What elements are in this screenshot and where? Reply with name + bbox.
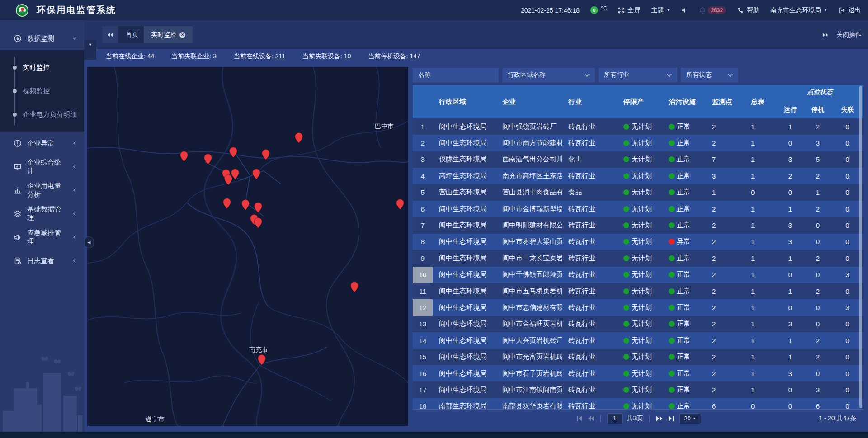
map-pin-icon[interactable] bbox=[224, 174, 232, 185]
status-dot-icon bbox=[669, 239, 675, 245]
sidebar-item-5[interactable]: 应急减排管理 bbox=[0, 226, 84, 249]
tab-close-icon[interactable]: ✕ bbox=[179, 32, 185, 38]
table-row[interactable]: 5营山生态环境局营山县润丰肉食品有限食品无计划正常10010 bbox=[413, 184, 863, 201]
row-offline-cell: 3 bbox=[831, 267, 863, 283]
butterfly-silhouette bbox=[68, 372, 74, 377]
row-points-cell: 2 bbox=[706, 332, 745, 349]
map-collapse-button[interactable]: ◀ bbox=[84, 236, 94, 248]
fullscreen-button[interactable]: 全屏 bbox=[618, 6, 640, 14]
row-industry-cell: 砖瓦行业 bbox=[562, 201, 617, 217]
map-pin-icon[interactable] bbox=[254, 202, 262, 213]
sidebar-item-1[interactable]: 企业异常 bbox=[0, 132, 84, 155]
map-pin-icon[interactable] bbox=[252, 169, 260, 179]
table-row[interactable]: 10阆中生态环境局阆中千佛镇五郎垭页岩砖瓦行业无计划正常21003 bbox=[413, 267, 863, 283]
table-row[interactable]: 17阆中生态环境局阆中市江南镇阆南页岩砖瓦行业无计划正常21030 bbox=[413, 381, 863, 398]
row-company-cell: 阆中市石子页岩机砖厂 bbox=[496, 365, 562, 381]
tab-realtime-monitor[interactable]: 实时监控 ✕ bbox=[144, 26, 193, 43]
map-pin-icon[interactable] bbox=[204, 154, 212, 165]
row-stopped-cell: 0 bbox=[804, 299, 831, 316]
map-pin-icon[interactable] bbox=[258, 354, 266, 365]
map-pin-icon[interactable] bbox=[350, 282, 359, 292]
page-size-select[interactable]: 20 ▼ bbox=[679, 413, 701, 424]
sidebar-item-4[interactable]: 基础数据管理 bbox=[0, 202, 84, 226]
butterfly-silhouette bbox=[54, 359, 61, 364]
tab-home-label: 首页 bbox=[126, 31, 138, 39]
plan-status: 无计划 bbox=[632, 122, 652, 131]
status-dot-icon bbox=[669, 156, 675, 162]
table-row[interactable]: 14阆中生态环境局阆中大兴页岩机砖厂砖瓦行业无计划正常21120 bbox=[413, 332, 863, 349]
row-index-cell: 4 bbox=[413, 168, 433, 184]
sidebar-item-6[interactable]: 日志查看 bbox=[0, 249, 84, 273]
table-row[interactable]: 12阆中生态环境局阆中市忠信建材有限公砖瓦行业无计划正常21003 bbox=[413, 299, 863, 316]
plan-status: 无计划 bbox=[632, 287, 652, 296]
table-row[interactable]: 1阆中生态环境局阆中强锐页岩砖厂砖瓦行业无计划正常21120 bbox=[413, 118, 863, 135]
industry-filter-select[interactable]: 所有行业 bbox=[599, 68, 677, 82]
status-dot-icon bbox=[669, 338, 675, 344]
table-row[interactable]: 13阆中生态环境局阆中市金福旺页岩机砖砖瓦行业无计划正常21300 bbox=[413, 316, 863, 332]
notifications-button[interactable]: 2632 bbox=[699, 6, 726, 14]
previous-page-button[interactable] bbox=[587, 415, 594, 422]
submenu-item-0[interactable]: 实时监控 bbox=[0, 56, 84, 79]
sidebar-item-0[interactable]: 数据监测 bbox=[0, 27, 84, 50]
map-pin-icon[interactable] bbox=[254, 217, 262, 228]
sidebar-item-label: 应急减排管理 bbox=[27, 229, 67, 246]
row-stopped-cell: 2 bbox=[804, 250, 831, 266]
table-row[interactable]: 7阆中生态环境局阆中明阳建材有限公司砖瓦行业无计划正常21300 bbox=[413, 217, 863, 233]
row-points-cell: 2 bbox=[706, 250, 745, 266]
row-plan-cell: 无计划 bbox=[617, 234, 662, 250]
close-operations-button[interactable]: 关闭操作 bbox=[836, 31, 862, 39]
row-stopped-cell: 0 bbox=[804, 267, 831, 283]
map-canvas[interactable]: 巴中市南充市遂宁市 bbox=[87, 67, 408, 426]
table-row[interactable]: 2阆中生态环境局阆中市南方节能建材有砖瓦行业无计划正常21030 bbox=[413, 135, 863, 151]
theme-dropdown[interactable]: 主题 ▼ bbox=[651, 6, 670, 14]
chevron-left-icon bbox=[72, 259, 77, 263]
map-pin-icon[interactable] bbox=[241, 199, 250, 210]
table-row[interactable]: 6阆中生态环境局阆中市金博瑞新型墙材砖瓦行业无计划正常21120 bbox=[413, 201, 863, 217]
filter-bar: 名称 行政区域名称 所有行业 所有状态 bbox=[413, 68, 863, 82]
table-row[interactable]: 3仪陇生态环境局西南油气田分公司川中化工无计划正常71350 bbox=[413, 151, 863, 168]
row-running-cell: 3 bbox=[776, 365, 804, 381]
row-region-cell: 阆中生态环境局 bbox=[433, 365, 496, 381]
plan-status: 无计划 bbox=[632, 270, 652, 279]
notification-count-badge: 2632 bbox=[708, 6, 726, 14]
table-row[interactable]: 8阆中生态环境局阆中市枣碧大梁山页岩砖瓦行业无计划异常21300 bbox=[413, 234, 863, 250]
table-scrollbar[interactable] bbox=[859, 86, 862, 408]
org-dropdown[interactable]: 南充市生态环境局 ▼ bbox=[770, 6, 827, 14]
map-pin-icon[interactable] bbox=[180, 151, 188, 162]
table-row[interactable]: 9阆中生态环境局阆中市二龙长宝页岩砖砖瓦行业无计划正常21120 bbox=[413, 250, 863, 266]
submenu-item-1[interactable]: 视频监控 bbox=[0, 79, 84, 103]
tab-home[interactable]: 首页 bbox=[118, 26, 146, 43]
help-button[interactable]: 帮助 bbox=[737, 6, 760, 14]
map-pin-icon[interactable] bbox=[262, 149, 270, 160]
submenu-item-2[interactable]: 企业电力负荷明细 bbox=[0, 103, 84, 126]
panel-collapse-handle[interactable]: ▼ bbox=[84, 40, 96, 60]
status-filter-select[interactable]: 所有状态 bbox=[681, 68, 738, 82]
next-page-button[interactable] bbox=[656, 415, 663, 422]
table-row[interactable]: 16阆中生态环境局阆中市石子页岩机砖厂砖瓦行业无计划正常21300 bbox=[413, 365, 863, 381]
table-row[interactable]: 15阆中生态环境局阆中市光富页岩机砖厂砖瓦行业无计划正常21120 bbox=[413, 349, 863, 365]
first-page-button[interactable] bbox=[575, 415, 582, 422]
facility-status: 正常 bbox=[677, 270, 690, 279]
region-filter-select[interactable]: 行政区域名称 bbox=[502, 68, 595, 82]
table-row[interactable]: 4高坪生态环境局南充市高坪区王家店建砖瓦行业无计划正常31220 bbox=[413, 168, 863, 184]
map-pin-icon[interactable] bbox=[229, 147, 237, 158]
name-filter-input[interactable]: 名称 bbox=[413, 68, 499, 82]
tabs-scroll-left-button[interactable] bbox=[102, 26, 118, 43]
map-pin-icon[interactable] bbox=[295, 132, 303, 143]
last-page-button[interactable] bbox=[668, 415, 675, 422]
status-filter-value: 所有状态 bbox=[686, 71, 728, 79]
sidebar-item-2[interactable]: 企业综合统计 bbox=[0, 155, 84, 179]
status-dot-icon bbox=[669, 371, 675, 377]
row-company-cell: 阆中大兴页岩机砖厂 bbox=[496, 332, 562, 349]
row-running-cell: 0 bbox=[776, 135, 804, 151]
mute-button[interactable] bbox=[681, 7, 688, 14]
page-number-input[interactable]: 1 bbox=[607, 413, 623, 424]
map-pin-icon[interactable] bbox=[223, 198, 231, 209]
row-meters-cell: 1 bbox=[745, 168, 776, 184]
tabs-scroll-right-button[interactable] bbox=[822, 32, 829, 38]
exit-button[interactable]: 退出 bbox=[838, 6, 861, 14]
table-row[interactable]: 11阆中生态环境局阆中市五马桥页岩机砖砖瓦行业无计划正常21120 bbox=[413, 283, 863, 299]
sidebar-item-3[interactable]: 企业用电量分析 bbox=[0, 179, 84, 202]
row-company-cell: 阆中市忠信建材有限公 bbox=[496, 299, 562, 316]
map-pin-icon[interactable] bbox=[396, 199, 404, 210]
